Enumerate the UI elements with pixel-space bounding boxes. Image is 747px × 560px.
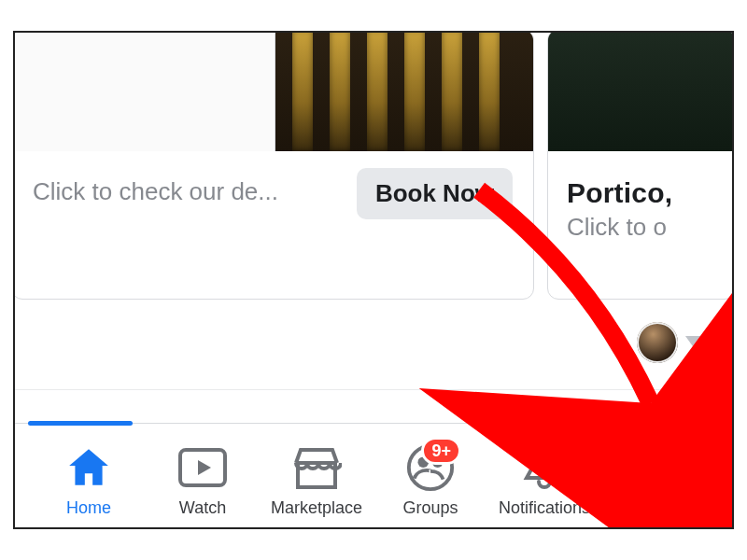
tab-menu[interactable]: Menu [601, 442, 715, 518]
avatar [637, 322, 678, 363]
divider [15, 389, 732, 390]
active-tab-indicator [28, 421, 133, 426]
card-cover-image [548, 31, 734, 151]
tab-label: Watch [179, 498, 226, 518]
watch-icon [177, 442, 228, 493]
suggestion-card[interactable]: Book Now Click to check our de... [13, 31, 534, 300]
author-chip[interactable] [637, 322, 704, 363]
card-cover-image [13, 31, 533, 151]
tab-label: Notifications [499, 498, 590, 518]
hamburger-icon [665, 474, 685, 495]
card-description: Click to o [567, 213, 734, 242]
stage: Book Now Click to check our de... Portic… [0, 0, 747, 560]
tab-label: Groups [402, 498, 458, 518]
suggestion-cards-row: Book Now Click to check our de... Portic… [13, 31, 734, 300]
home-icon [63, 442, 114, 493]
tab-label: Home [66, 498, 111, 518]
badge-count: 9+ [421, 437, 461, 465]
screenshot-frame: Book Now Click to check our de... Portic… [13, 31, 734, 529]
overlay-panel [13, 31, 275, 151]
suggestion-card[interactable]: Portico, Click to o [547, 31, 734, 300]
tab-marketplace[interactable]: Marketplace [260, 442, 374, 518]
badge-count: 3 [538, 437, 570, 465]
card-body: Portico, Click to o [548, 151, 734, 300]
tab-label: Marketplace [271, 498, 362, 518]
tab-watch[interactable]: Watch [146, 442, 260, 518]
tab-home[interactable]: Home [32, 442, 146, 518]
tab-label: Menu [637, 498, 679, 518]
avatar [633, 442, 684, 493]
marketplace-icon [291, 442, 342, 493]
chevron-down-icon [685, 336, 704, 349]
book-now-button[interactable]: Book Now [357, 168, 513, 219]
card-title: Portico, [567, 177, 734, 209]
bottom-tab-bar: Home Watch Marketplace 9+ Groups [15, 423, 732, 527]
card-body: Book Now Click to check our de... [13, 151, 533, 300]
tab-notifications[interactable]: 3 Notifications [487, 442, 601, 518]
tab-groups[interactable]: 9+ Groups [374, 442, 487, 518]
